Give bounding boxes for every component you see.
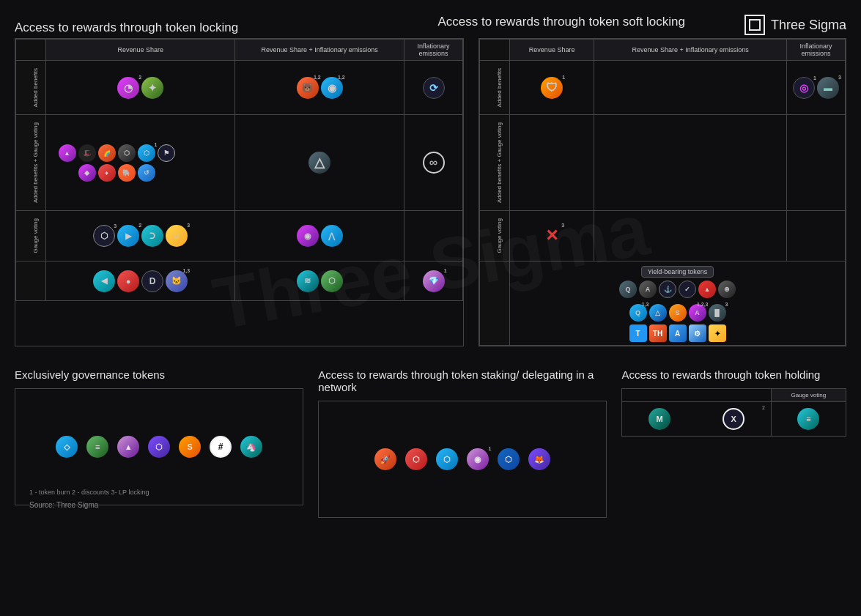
soft-r3-c3 bbox=[787, 211, 846, 261]
yield-tooltip: Yield-bearing tokens bbox=[641, 266, 714, 278]
locking-col1-header: Revenue Share bbox=[46, 40, 235, 61]
token-icon: ◉ 1,2 bbox=[321, 77, 343, 99]
staking-panel: Access to rewards through token staking/… bbox=[318, 368, 607, 518]
soft-r1-c3: ◎ 1 ▬ 3 bbox=[787, 61, 846, 115]
right-title-block: Access to rewards through token soft loc… bbox=[438, 15, 847, 35]
token-icon: ◔ 2 bbox=[117, 77, 139, 99]
locking-col3-header: Inflationary emissions bbox=[404, 40, 463, 61]
token-icon: ♦ bbox=[98, 164, 116, 182]
x-icon: ✕ 3 bbox=[545, 226, 558, 245]
token-icon: A bbox=[669, 324, 687, 342]
token-icon: 🐱 1,3 bbox=[166, 270, 188, 292]
locking-r4-c2: ≋ ⬡ bbox=[235, 261, 404, 301]
token-icon: ▬ 3 bbox=[817, 77, 839, 99]
token-icon: ◇ bbox=[56, 436, 78, 458]
token-icon: ◉ 1 bbox=[467, 448, 489, 470]
soft-r2-c2 bbox=[594, 115, 787, 211]
token-icon: ▶ 2 bbox=[117, 225, 139, 247]
token-icon: ≡ bbox=[86, 436, 108, 458]
token-icon: S bbox=[669, 304, 687, 322]
token-icon: 🎩 bbox=[78, 144, 96, 162]
page-container: Three Sigma Access to rewards through to… bbox=[15, 15, 846, 518]
token-icon: 🐘 bbox=[118, 164, 136, 182]
token-icon: 🌈 bbox=[98, 144, 116, 162]
staking-title: Access to rewards through token staking/… bbox=[318, 368, 607, 393]
locking-r3-c3 bbox=[404, 211, 463, 261]
soft-r1-c1: 🛡 1 bbox=[510, 61, 594, 115]
yield-token-row: Q A ⚓ ✓ ▲ ⊕ Q 1,3 bbox=[514, 281, 840, 322]
governance-icon-grid: ◇ ≡ ▲ ⬡ S # 🦄 bbox=[15, 388, 303, 505]
token-icon: ▲ bbox=[117, 436, 139, 458]
section1-title: Access to rewards through token locking bbox=[15, 21, 424, 35]
source: Source: Three Sigma bbox=[29, 501, 98, 509]
token-icon: ⚙ bbox=[689, 324, 706, 342]
token-icon: 🚀 bbox=[374, 448, 396, 470]
token-icon: ⬡ bbox=[436, 448, 458, 470]
table-row: Added benefits + Gauge voting ▲ 🎩 🌈 ⬡ ⬡ bbox=[16, 115, 463, 211]
locking-r4-c3: 💎 1 bbox=[404, 261, 463, 301]
token-icon: ▐▌ 3 bbox=[709, 304, 726, 322]
token-icon: 🦄 bbox=[240, 436, 262, 458]
token-locking-table: Revenue Share Revenue Share + Inflationa… bbox=[15, 38, 464, 346]
top-titles-row: Access to rewards through token locking … bbox=[15, 15, 846, 35]
token-icon: ⬡ bbox=[118, 144, 136, 162]
soft-col2-header: Revenue Share + Inflationary emissions bbox=[594, 40, 787, 61]
soft-row-label-added: Added benefits bbox=[484, 64, 505, 111]
token-icon: T bbox=[629, 324, 647, 342]
token-icon: # bbox=[210, 436, 232, 458]
soft-row-label-added-gauge: Added benefits + Gauge voting bbox=[484, 118, 505, 207]
token-icon: X bbox=[723, 408, 744, 430]
holding-data-row: M X 2 ≡ bbox=[622, 402, 846, 436]
staking-icon-grid: 🚀 ⬡ ⬡ ◉ 1 ⬡ 🦊 bbox=[318, 401, 607, 518]
locking-r2-c3: ∞ bbox=[404, 115, 463, 211]
token-icon: D bbox=[141, 270, 163, 292]
holding-table: Gauge voting M X 2 ≡ bbox=[621, 388, 846, 437]
soft-r4-yield: Yield-bearing tokens Q A ⚓ ✓ ▲ ⊕ bbox=[510, 261, 846, 346]
soft-col3-header: Inflationary emissions bbox=[787, 40, 846, 61]
row-label-added-benefits: Added benefits bbox=[21, 64, 41, 111]
locking-col2-header: Revenue Share + Inflationary emissions bbox=[235, 40, 404, 61]
row-label-added-gauge: Added benefits + Gauge voting bbox=[21, 118, 41, 207]
table-row: Yield-bearing tokens Q A ⚓ ✓ ▲ ⊕ bbox=[480, 261, 846, 346]
token-icon: ↺ bbox=[138, 164, 155, 182]
token-icon: △ bbox=[649, 304, 667, 322]
holding-header-row: Gauge voting bbox=[622, 389, 846, 402]
table-row: ◀ ● D 🐱 1,3 ≋ bbox=[16, 261, 463, 301]
svg-rect-0 bbox=[750, 20, 760, 30]
locking-r3-c1: ⬡ 3 ▶ 2 Ↄ ☺ 3 bbox=[46, 211, 235, 261]
holding-cell-3: ≡ bbox=[771, 402, 846, 436]
token-icon: ∞ bbox=[423, 152, 445, 174]
source-text: Source: Three Sigma bbox=[29, 501, 98, 509]
token-icon: A bbox=[639, 281, 657, 298]
soft-r3-c1: ✕ 3 bbox=[510, 211, 594, 261]
brand-icon bbox=[744, 15, 765, 35]
token-icon: ⬡ bbox=[405, 448, 427, 470]
holding-title: Access to rewards through token holding bbox=[621, 368, 846, 381]
token-icon: ✦ bbox=[141, 77, 163, 99]
token-icon: ⬡ 1 bbox=[138, 144, 155, 162]
soft-r2-c1 bbox=[510, 115, 594, 211]
governance-title: Exclusively governance tokens bbox=[15, 368, 303, 381]
top-section: Revenue Share Revenue Share + Inflationa… bbox=[15, 38, 846, 346]
token-icon: Q 1,3 bbox=[629, 304, 647, 322]
token-icon: ◀ bbox=[93, 270, 115, 292]
token-icon: 💎 1 bbox=[423, 270, 445, 292]
token-icon: ◎ 1 bbox=[793, 77, 815, 99]
token-icon: ▲ bbox=[698, 281, 716, 298]
brand-container: Three Sigma bbox=[744, 15, 846, 35]
table-row: Added benefits 🛡 1 bbox=[480, 61, 846, 115]
token-icon: ● bbox=[117, 270, 139, 292]
soft-r2-c3 bbox=[787, 115, 846, 211]
table-row: Gauge voting ✕ 3 bbox=[480, 211, 846, 261]
holding-panel: Access to rewards through token holding … bbox=[621, 368, 846, 437]
token-icon: ⊕ bbox=[718, 281, 736, 298]
token-icon: ◉ bbox=[297, 225, 319, 247]
table-row: Added benefits ◔ 2 ✦ bbox=[16, 61, 463, 115]
brand-svg bbox=[748, 18, 761, 31]
brand-name: Three Sigma bbox=[771, 18, 846, 33]
token-icon: 🐻 1,2 bbox=[297, 77, 319, 99]
soft-row-label-gauge: Gauge voting bbox=[484, 214, 505, 258]
token-icon: ⟳ bbox=[423, 77, 445, 99]
token-icon: ⬡ bbox=[148, 436, 170, 458]
holding-cell-2: X 2 bbox=[697, 402, 771, 436]
